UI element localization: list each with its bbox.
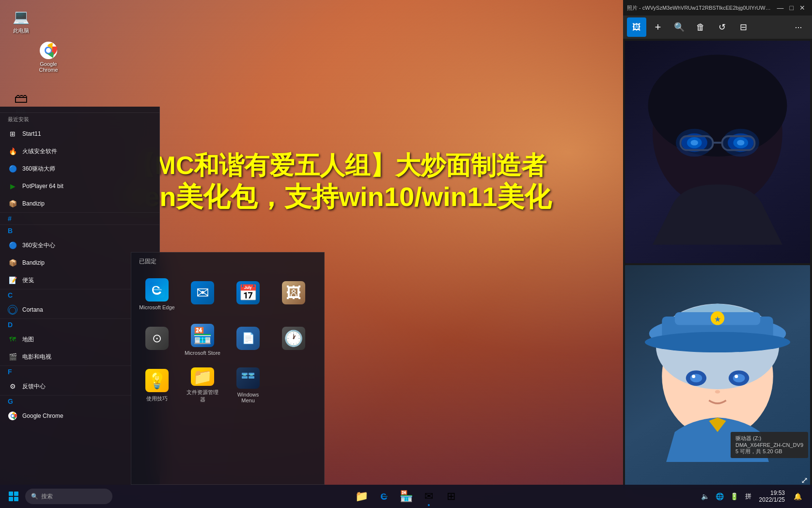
svg-point-3 — [46, 48, 51, 53]
pinned-camera[interactable]: ⊙ — [135, 318, 179, 362]
potplayer-icon: ▶ — [8, 181, 17, 191]
desktop-icon-chrome[interactable]: Google Chrome — [31, 39, 65, 75]
pinned-file-explorer[interactable]: 📁 文件资源管理器 — [181, 364, 224, 407]
photos-minimize-btn[interactable]: — — [774, 4, 787, 12]
photos-more-btn[interactable]: ··· — [789, 17, 808, 37]
notification-icon[interactable]: 🔔 — [791, 490, 804, 503]
tray-volume-icon[interactable]: 🔈 — [699, 490, 712, 503]
svg-rect-11 — [242, 376, 248, 379]
svg-point-42 — [733, 374, 745, 382]
start-menu-top — [0, 107, 159, 113]
fankui-icon: ⚙ — [8, 381, 17, 391]
pinned-store[interactable]: 🏪 Microsoft Store — [181, 318, 224, 362]
clock-date: 2022/1/25 — [759, 496, 785, 503]
start-item-360driver[interactable]: 🔵 360驱动大师 — [0, 160, 159, 177]
recently-installed-label: 最近安装 — [0, 113, 159, 125]
photos-pin-icon: 🖼 — [282, 281, 305, 304]
search-text: 搜索 — [41, 492, 53, 501]
taskbar-edge[interactable] — [374, 486, 395, 507]
photos-title-text: 照片 - cWVySzM3eWhVRUw1T2RBSTlkcEE2bjg0UIY… — [627, 4, 774, 12]
photos-add-btn[interactable]: + — [648, 17, 668, 37]
photos-rotate-btn[interactable]: ↺ — [712, 17, 732, 37]
calendar-pin-icon: 📅 — [236, 281, 260, 304]
clock[interactable]: 19:53 2022/1/25 — [755, 489, 789, 504]
pinned-grid: Microsoft Edge ✉ 📅 🖼 ⊙ 🏪 Microsoft Sto — [131, 269, 324, 411]
start11-label: Start11 — [22, 130, 152, 137]
desktop-icon-this-pc[interactable]: 💻 此电脑 — [4, 5, 38, 36]
photos-zoom-in-btn[interactable]: 🔍 — [670, 17, 689, 37]
photos-crop-btn[interactable]: ⊟ — [734, 17, 753, 37]
taskbar: 🔍 搜索 📁 🏪 ✉ ⊞ 🔈 🌐 🔋 拼 19:53 — [0, 485, 812, 508]
start-item-360-security[interactable]: 🔵 360安全中心 — [0, 237, 159, 254]
photo-1[interactable] — [625, 41, 810, 263]
windows-menu-pin-label: Windows Menu — [230, 392, 266, 403]
photos-window: 照片 - cWVySzM3eWhVRUw1T2RBSTlkcEE2bjg0UIY… — [623, 0, 812, 490]
size-label: 5 可用，共 5.20 GB — [735, 448, 803, 455]
svg-rect-12 — [249, 376, 254, 379]
taskbar-search[interactable]: 🔍 搜索 — [25, 489, 112, 504]
photos-close-btn[interactable]: ✕ — [796, 4, 808, 12]
start-item-start11[interactable]: ⊞ Start11 — [0, 125, 159, 143]
svg-point-18 — [648, 55, 787, 157]
svg-point-41 — [690, 374, 703, 382]
tray-battery-icon[interactable]: 🔋 — [728, 490, 741, 503]
pinned-calendar[interactable]: 📅 — [226, 272, 270, 316]
edge-pin-icon — [145, 278, 169, 302]
store-pin-label: Microsoft Store — [185, 350, 220, 356]
search-icon: 🔍 — [31, 493, 38, 500]
photos-maximize-btn[interactable]: □ — [787, 4, 796, 12]
desktop: 💻 此电脑 Google Chrome 🗃 网络 🗑 回收站 【MC和谐有爱五人… — [0, 0, 812, 508]
fire-security-label: 火绒安全软件 — [22, 147, 152, 156]
clock-pin-icon: 🕐 — [282, 327, 305, 350]
svg-point-43 — [692, 375, 695, 378]
taskbar-file-explorer[interactable]: 📁 — [351, 486, 373, 507]
taskbar-mail[interactable]: ✉ — [418, 486, 439, 507]
svg-rect-47 — [14, 492, 18, 496]
camera-pin-icon: ⊙ — [145, 327, 169, 350]
pinned-edge[interactable]: Microsoft Edge — [135, 272, 179, 316]
file-explorer-pin-label: 文件资源管理器 — [185, 389, 220, 403]
tray-network-icon[interactable]: 🌐 — [713, 490, 727, 503]
start-item-fire-security[interactable]: 🔥 火绒安全软件 — [0, 143, 159, 160]
chrome-icon — [39, 41, 58, 60]
start-item-potplayer[interactable]: ▶ PotPlayer 64 bit — [0, 177, 159, 195]
taskbar-store[interactable]: 🏪 — [396, 486, 417, 507]
tips-pin-icon: 💡 — [145, 369, 169, 392]
taskbar-start11[interactable]: ⊞ — [440, 486, 462, 507]
letter-hash: # — [0, 212, 159, 224]
lang-indicator[interactable]: 拼 — [743, 492, 753, 501]
svg-point-45 — [715, 390, 720, 394]
expand-btn[interactable]: ⤢ — [801, 475, 808, 486]
photos-titlebar: 照片 - cWVySzM3eWhVRUw1T2RBSTlkcEE2bjg0UIY… — [623, 0, 812, 16]
fire-security-icon: 🔥 — [8, 146, 17, 156]
photo-1-svg — [625, 41, 810, 263]
360driver-label: 360驱动大师 — [22, 165, 152, 173]
pinned-clock[interactable]: 🕐 — [272, 318, 315, 362]
pinned-windows-menu[interactable]: Windows Menu — [226, 364, 270, 407]
pinned-photos[interactable]: 🖼 — [272, 272, 315, 316]
svg-rect-46 — [9, 492, 13, 496]
pinned-area: 已固定 Microsoft Edge ✉ 📅 — [131, 252, 325, 485]
bianqian-icon: 📝 — [8, 275, 17, 285]
photos-view-btn[interactable]: 🖼 — [627, 17, 646, 37]
svg-rect-48 — [9, 497, 13, 501]
this-pc-label: 此电脑 — [13, 27, 29, 34]
pinned-mail[interactable]: ✉ — [181, 272, 224, 316]
drive-label: 驱动器 (Z:) — [735, 435, 803, 442]
file-explorer-pin-icon: 📁 — [191, 367, 214, 386]
edge-pin-label: Microsoft Edge — [139, 304, 174, 310]
pinned-notepad[interactable]: 📄 — [226, 318, 270, 362]
start-button[interactable] — [4, 487, 23, 506]
svg-point-38 — [645, 332, 790, 352]
tips-pin-label: 使用技巧 — [146, 395, 168, 402]
store-pin-icon: 🏪 — [191, 324, 214, 347]
taskbar-right: 🔈 🌐 🔋 拼 19:53 2022/1/25 🔔 — [699, 489, 808, 504]
system-tray: 🔈 🌐 🔋 — [699, 490, 741, 503]
photos-delete-btn[interactable]: 🗑 — [691, 17, 710, 37]
start-item-bandizip-recent[interactable]: 📦 Bandizip — [0, 195, 159, 212]
pinned-tips[interactable]: 💡 使用技巧 — [135, 364, 179, 407]
ditu-icon: 🗺 — [8, 334, 17, 344]
svg-point-44 — [734, 375, 738, 378]
bandizip-recent-label: Bandizip — [22, 200, 152, 207]
photos-toolbar: 🖼 + 🔍 🗑 ↺ ⊟ ··· — [623, 16, 812, 39]
